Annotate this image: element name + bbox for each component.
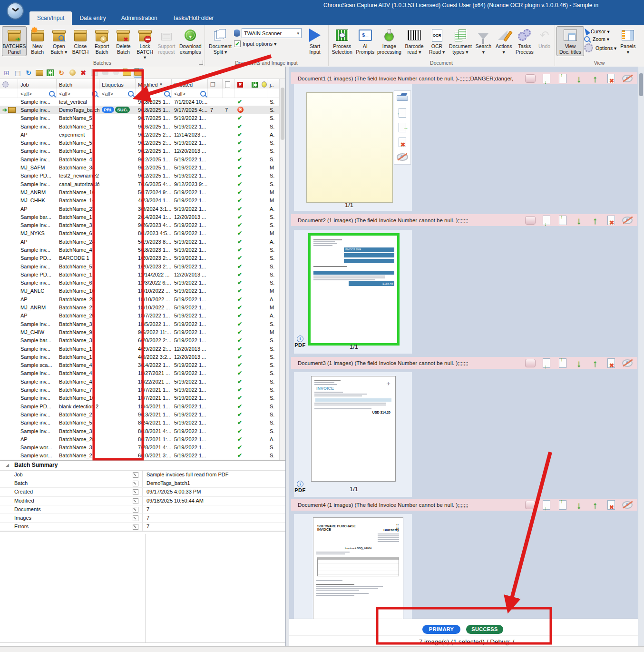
batch-row[interactable]: Sample inv...BatchName_410/22/2021 ...5/… (0, 377, 285, 385)
move-document-up-icon[interactable]: ↑ (590, 73, 600, 84)
batch-row[interactable]: Sample inv...BatchName_710/7/2021 1...5/… (0, 385, 285, 394)
hide-document-icon[interactable] (622, 215, 633, 226)
batch-row[interactable]: APexperiment9/12/2025 2:...12/14/2023 ..… (0, 130, 285, 138)
filter-cell[interactable]: <all> (172, 89, 208, 98)
column-header-etiquetas[interactable]: Etiquetas (99, 79, 136, 89)
insert-document-above-icon[interactable]: ↑ (557, 500, 568, 510)
batch-row[interactable]: MJ_NYKSBatchName_68/1/2023 4:5...5/19/20… (0, 229, 285, 237)
batches-dialog-launcher-icon[interactable] (199, 60, 203, 65)
process-selection-button[interactable]: Process Selection (330, 26, 354, 56)
batch-row[interactable]: Sample inv...canal_autorización7/16/2025… (0, 180, 285, 188)
tree-view-icon[interactable]: ⊞ (2, 69, 11, 77)
download-examples-button[interactable]: Download examples (177, 26, 204, 56)
batch-row[interactable]: APBatchName_2510/10/2022 ...5/19/2022 1.… (0, 295, 285, 303)
filter-search-icon[interactable] (164, 91, 170, 97)
document3-header[interactable]: Document3 (1 images) (The field Invoice … (291, 357, 637, 369)
ocr-read-button[interactable]: OCR OCR Read ▾ (426, 26, 448, 56)
batch-row[interactable]: Sample inv...BatchName_49/12/2025 1...5/… (0, 155, 285, 163)
tab-tasks-hotfolder[interactable]: Tasks/HotFolder (165, 11, 222, 25)
lock-batch-button[interactable]: Lock BATCH ▾ (134, 26, 156, 62)
batch-row[interactable]: Sample wor...BatchName_26/10/2021 3:...5… (0, 452, 285, 460)
column-header-copy-icon[interactable]: ❐ (208, 79, 223, 89)
column-header-created[interactable]: Created (172, 79, 208, 89)
edit-note-icon[interactable] (133, 489, 138, 495)
summary-value[interactable]: 7 (143, 514, 285, 522)
delete-batch-list-icon[interactable]: ✖ (79, 69, 88, 77)
column-header-status-icon[interactable] (259, 79, 267, 89)
export-cd-icon[interactable] (68, 69, 77, 77)
document1-header[interactable]: Document1 (1 images) (The field Invoice … (291, 72, 637, 84)
folder-gear-icon[interactable] (123, 69, 131, 77)
insert-document-below-icon[interactable]: ↓ (541, 500, 552, 510)
summary-value[interactable]: 09/18/2025 10:50:44 AM (143, 497, 285, 505)
input-options-toggle[interactable]: ✔ Input options ▾ (234, 40, 302, 47)
batch-row[interactable]: Sample inv...BatchName_611/3/2022 6:...5… (0, 279, 285, 287)
edit-note-icon[interactable] (133, 524, 138, 530)
delete-document-icon[interactable]: ✖ (606, 215, 616, 226)
app-logo-icon[interactable] (7, 2, 24, 20)
reload-batch-icon[interactable]: ↻ (57, 69, 66, 77)
image-processing-button[interactable]: Image processing (376, 26, 402, 56)
move-document-up-icon[interactable]: ↑ (590, 358, 600, 368)
barcode-read-button[interactable]: Barcode read ▾ (402, 26, 426, 56)
batch-row[interactable]: APBatchName_288/17/2021 1:...5/19/2022 1… (0, 435, 285, 443)
database-icon[interactable]: ▤ (13, 69, 22, 77)
batch-row[interactable]: Sample inv...BatchName_51/20/2023 2:...5… (0, 262, 285, 270)
batch-row[interactable]: Sample inv...BatchName_58/24/2021 1...5/… (0, 419, 285, 427)
column-header-modified[interactable]: Modified▼ (136, 79, 172, 89)
search-button[interactable]: Search ▾ (473, 26, 494, 56)
batch-row[interactable]: Sample inv...BatchName_1010/7/2021 1...5… (0, 394, 285, 402)
batch-row[interactable]: Sample inv...BatchName_410/27/2021 ...5/… (0, 369, 285, 377)
batch-row[interactable]: MJ_SAFMBatchName_349/12/2025 1...5/19/20… (0, 163, 285, 171)
batch-row[interactable]: MJ_ANLCBatchName_1010/10/2022 ...5/19/20… (0, 287, 285, 295)
filter-search-icon[interactable] (49, 91, 55, 97)
batch-row[interactable]: Sample inv...BatchName_59/12/2025 2:...5… (0, 138, 285, 147)
summary-value[interactable]: Sample invoices full read from PDF (143, 471, 285, 479)
process-grid-icon[interactable] (46, 69, 55, 77)
delete-page-icon[interactable]: ✖ (397, 137, 408, 148)
document2-header[interactable]: Document2 (1 images) (The field Invoice … (291, 214, 637, 226)
hide-page-icon[interactable] (397, 152, 408, 162)
tab-data-entry[interactable]: Data entry (72, 11, 113, 25)
pdf-info-badge[interactable]: i PDF (292, 334, 308, 348)
move-document-down-icon[interactable]: ↓ (574, 73, 584, 84)
actions-button[interactable]: Actions ▾ (494, 26, 514, 56)
column-header-error-icon[interactable]: ✖ (235, 79, 249, 89)
insert-document-below-icon[interactable]: ↓ (541, 358, 552, 368)
tasks-process-button[interactable]: Tasks Process (514, 26, 536, 56)
batch-summary-header[interactable]: ◢ Batch Summary (0, 461, 285, 471)
export-batch-button[interactable]: Export Batch (91, 26, 113, 56)
batch-row[interactable]: APBatchName_245/19/2023 8:...5/19/2022 1… (0, 237, 285, 246)
column-header-process-icon[interactable] (249, 79, 259, 89)
column-gear-icon[interactable] (0, 79, 18, 89)
filter-search-icon[interactable] (128, 91, 134, 97)
batch-row[interactable]: MJ_CHHKBatchName_144/23/2024 1...5/19/20… (0, 197, 285, 205)
batch-row[interactable]: Sample PD...BatchName_111/14/2022 ...12/… (0, 270, 285, 278)
insert-document-above-icon[interactable]: ↑ (557, 73, 568, 84)
options-button[interactable]: Options ▾ (584, 43, 616, 52)
document-types-button[interactable]: Document types ▾ (448, 26, 473, 56)
summary-value[interactable]: DemoTags_batch1 (143, 479, 285, 487)
success-tag-badge[interactable]: SUCCESS (466, 625, 503, 634)
batch-row[interactable]: Sample inv...BatchName_14/29/2022 2:...1… (0, 345, 285, 353)
batch-row[interactable]: Sample inv...BatchName_38/18/2021 4:...5… (0, 427, 285, 435)
view-doc-titles-button[interactable]: View Doc. titles (556, 26, 584, 56)
panel-splitter[interactable] (286, 67, 289, 646)
batch-row[interactable]: Sample inv...BatchName_19/12/2025 1...12… (0, 147, 285, 155)
batch-row[interactable]: MJ_ANRMBatchName_165/17/2024 9:...5/19/2… (0, 188, 285, 196)
scan-page-icon[interactable] (397, 93, 408, 103)
batch-row[interactable]: Sample inv...BatchName_119/16/2025 1...5… (0, 122, 285, 130)
batch-row[interactable]: Sample bar...BatchName_12/14/2024 1:...1… (0, 213, 285, 221)
filter-cell[interactable]: <all> (18, 89, 57, 98)
batch-row[interactable]: Sample inv...BatchName_39/26/2023 4:...5… (0, 221, 285, 229)
edit-note-icon[interactable] (133, 507, 138, 513)
insert-document-above-icon[interactable]: ↑ (557, 358, 568, 368)
zoom-button[interactable]: Zoom ▾ (584, 36, 616, 42)
document-scrollbar[interactable] (638, 67, 644, 646)
batch-row[interactable]: Sample sca...BatchName_43/14/2022 1...5/… (0, 361, 285, 369)
insert-document-below-icon[interactable]: ↓ (541, 215, 552, 226)
document4-page-thumbnail[interactable]: SOFTWARE PURCHASE INVOICE ⣿ Blueberry In… (313, 517, 403, 619)
import-folder-icon[interactable] (134, 68, 143, 78)
filter-search-icon[interactable] (200, 91, 206, 97)
move-document-up-icon[interactable]: ↑ (590, 215, 600, 226)
